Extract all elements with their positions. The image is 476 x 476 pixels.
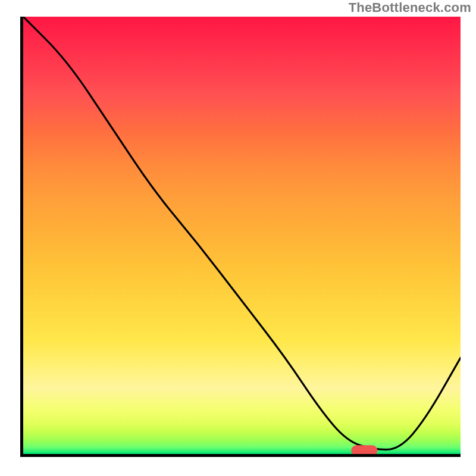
watermark-text: TheBottleneck.com (349, 0, 471, 15)
plot-area (20, 17, 461, 457)
bottleneck-curve (23, 17, 461, 450)
chart-container: TheBottleneck.com (0, 0, 476, 476)
optimal-marker (351, 445, 377, 454)
chart-svg (23, 17, 461, 454)
